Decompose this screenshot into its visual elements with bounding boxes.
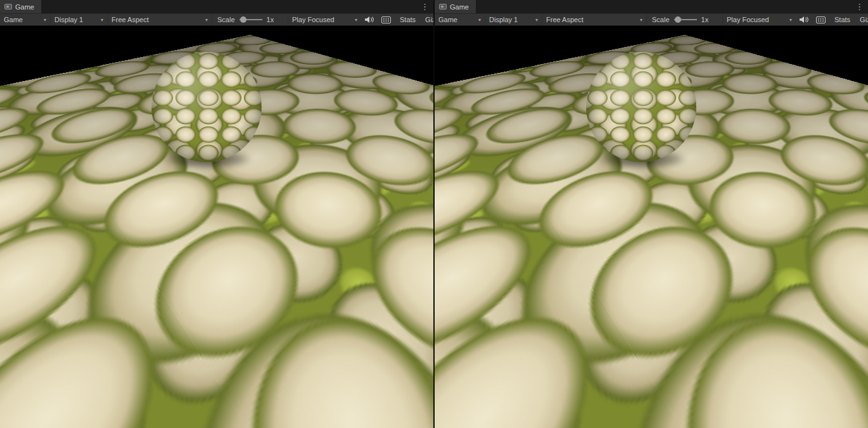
game-viewport[interactable] [0,26,433,428]
capture-grid-button[interactable] [378,14,394,25]
scale-slider[interactable] [239,16,262,23]
mute-audio-button[interactable] [796,14,812,25]
textured-sphere [151,52,262,162]
capture-grid-button[interactable] [812,14,829,25]
display-dropdown[interactable]: Display 1 ▾ [51,14,108,25]
play-focused-label: Play Focused [292,16,335,23]
scale-value: 1x [701,16,709,23]
gizmos-label: Gizmos [860,16,868,23]
tab-game[interactable]: Game [435,0,476,13]
aspect-label: Free Aspect [546,16,584,23]
play-focused-label: Play Focused [727,16,769,23]
chevron-down-icon: ▾ [535,17,538,23]
scale-label: Scale [652,16,670,23]
grid-icon [816,16,826,23]
play-focused-dropdown[interactable]: Play Focused ▾ [288,14,361,25]
chevron-down-icon: ▾ [44,17,46,23]
gizmos-dropdown[interactable]: Gizmos ▾ [856,14,868,25]
aspect-ratio-dropdown[interactable]: Free Aspect ▾ [108,14,212,25]
tab-label: Game [15,3,34,11]
scale-control: Scale 1x [212,14,288,25]
tab-game[interactable]: Game [0,0,41,13]
chevron-down-icon: ▾ [789,17,792,23]
scale-label: Scale [217,16,235,23]
game-mode-label: Game [4,16,23,23]
aspect-label: Free Aspect [112,16,149,23]
ground-plane [435,26,868,35]
game-mode-dropdown[interactable]: Game ▾ [0,14,51,25]
game-view-icon [439,4,447,9]
aspect-ratio-dropdown[interactable]: Free Aspect ▾ [542,14,647,25]
kebab-menu-icon[interactable]: ⋮ [851,0,868,13]
scale-slider-knob[interactable] [240,16,246,23]
chevron-down-icon: ▾ [478,17,481,23]
game-mode-dropdown[interactable]: Game ▾ [435,14,485,25]
speaker-icon [364,16,374,23]
chevron-down-icon: ▾ [101,17,103,23]
tab-bar: Game ⋮ [435,0,868,13]
game-viewport[interactable] [435,26,868,428]
game-panel-right: Game ⋮ Game ▾ Display 1 ▾ Free Aspect ▾ … [435,0,868,428]
gizmos-dropdown[interactable]: Gizmos ▾ [421,14,433,25]
scale-slider-knob[interactable] [675,16,681,23]
stats-button[interactable]: Stats [829,14,856,25]
editor-window: Game ⋮ Game ▾ Display 1 ▾ Free Aspect ▾ … [0,0,868,428]
tab-bar: Game ⋮ [0,0,433,13]
speaker-icon [799,16,809,23]
display-label: Display 1 [54,16,83,23]
chevron-down-icon: ▾ [355,17,357,23]
display-dropdown[interactable]: Display 1 ▾ [485,14,542,25]
game-panel-left: Game ⋮ Game ▾ Display 1 ▾ Free Aspect ▾ … [0,0,433,428]
stats-label: Stats [400,16,416,23]
textured-sphere [586,52,696,162]
ground-plane [0,26,433,35]
game-mode-label: Game [438,16,457,23]
gizmos-label: Gizmos [425,16,433,23]
tab-label: Game [450,3,469,11]
play-focused-dropdown[interactable]: Play Focused ▾ [723,14,796,25]
stats-label: Stats [834,16,850,23]
game-view-icon [4,4,12,9]
chevron-down-icon: ▾ [640,17,642,23]
game-toolbar: Game ▾ Display 1 ▾ Free Aspect ▾ Scale 1… [0,13,433,26]
kebab-menu-icon[interactable]: ⋮ [416,0,433,13]
display-label: Display 1 [489,16,518,23]
game-toolbar: Game ▾ Display 1 ▾ Free Aspect ▾ Scale 1… [435,13,868,26]
mute-audio-button[interactable] [361,14,378,25]
scale-slider[interactable] [674,16,697,23]
grid-icon [381,16,391,23]
chevron-down-icon: ▾ [205,17,208,23]
scale-control: Scale 1x [647,14,723,25]
scale-value: 1x [267,16,274,23]
stats-button[interactable]: Stats [394,14,421,25]
